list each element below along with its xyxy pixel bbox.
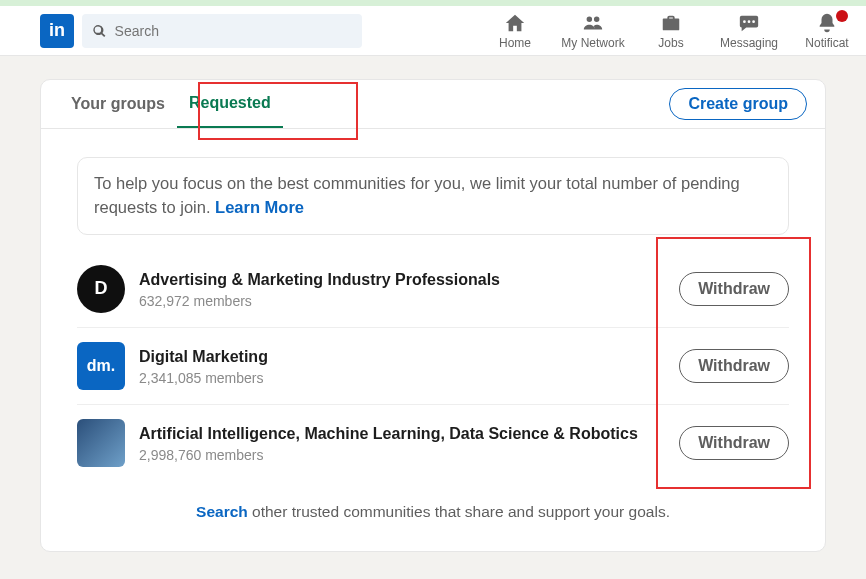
- nav-jobs[interactable]: Jobs: [632, 6, 710, 55]
- withdraw-button[interactable]: Withdraw: [679, 426, 789, 460]
- group-members: 2,998,760 members: [139, 447, 679, 463]
- group-avatar: [77, 419, 125, 467]
- withdraw-button[interactable]: Withdraw: [679, 349, 789, 383]
- top-nav: Home My Network Jobs Messaging Notificat: [476, 6, 866, 55]
- requested-groups-list: D Advertising & Marketing Industry Profe…: [77, 251, 789, 481]
- search-box[interactable]: [82, 14, 362, 48]
- info-text: To help you focus on the best communitie…: [94, 174, 740, 216]
- search-icon: [92, 23, 107, 39]
- group-members: 632,972 members: [139, 293, 679, 309]
- bell-icon: [816, 12, 838, 34]
- footer-line: Search other trusted communities that sh…: [41, 503, 825, 521]
- nav-jobs-label: Jobs: [658, 36, 683, 50]
- group-members: 2,341,085 members: [139, 370, 679, 386]
- list-item: Artificial Intelligence, Machine Learnin…: [77, 405, 789, 481]
- groups-card: Your groups Requested Create group To he…: [40, 79, 826, 552]
- withdraw-button[interactable]: Withdraw: [679, 272, 789, 306]
- group-avatar: dm.: [77, 342, 125, 390]
- search-input[interactable]: [115, 23, 352, 39]
- notification-badge: [836, 10, 848, 22]
- messaging-icon: [738, 12, 760, 34]
- nav-messaging-label: Messaging: [720, 36, 778, 50]
- tabs: Your groups Requested Create group: [41, 80, 825, 129]
- group-name[interactable]: Artificial Intelligence, Machine Learnin…: [139, 423, 679, 445]
- jobs-icon: [660, 12, 682, 34]
- nav-home[interactable]: Home: [476, 6, 554, 55]
- linkedin-logo[interactable]: in: [40, 14, 74, 48]
- home-icon: [504, 12, 526, 34]
- tab-your-groups[interactable]: Your groups: [59, 81, 177, 127]
- nav-notifications-label: Notificat: [805, 36, 848, 50]
- group-name[interactable]: Advertising & Marketing Industry Profess…: [139, 269, 679, 291]
- group-name[interactable]: Digital Marketing: [139, 346, 679, 368]
- footer-rest: other trusted communities that share and…: [248, 503, 670, 520]
- nav-notifications[interactable]: Notificat: [788, 6, 866, 55]
- info-box: To help you focus on the best communitie…: [77, 157, 789, 235]
- topbar: in Home My Network Jobs Messaging Notifi…: [0, 6, 866, 56]
- list-item: dm. Digital Marketing 2,341,085 members …: [77, 328, 789, 405]
- group-avatar: D: [77, 265, 125, 313]
- footer-search-link[interactable]: Search: [196, 503, 248, 520]
- nav-network-label: My Network: [561, 36, 624, 50]
- learn-more-link[interactable]: Learn More: [215, 198, 304, 216]
- create-group-button[interactable]: Create group: [669, 88, 807, 120]
- tab-requested[interactable]: Requested: [177, 80, 283, 128]
- list-item: D Advertising & Marketing Industry Profe…: [77, 251, 789, 328]
- nav-home-label: Home: [499, 36, 531, 50]
- nav-messaging[interactable]: Messaging: [710, 6, 788, 55]
- nav-network[interactable]: My Network: [554, 6, 632, 55]
- network-icon: [582, 12, 604, 34]
